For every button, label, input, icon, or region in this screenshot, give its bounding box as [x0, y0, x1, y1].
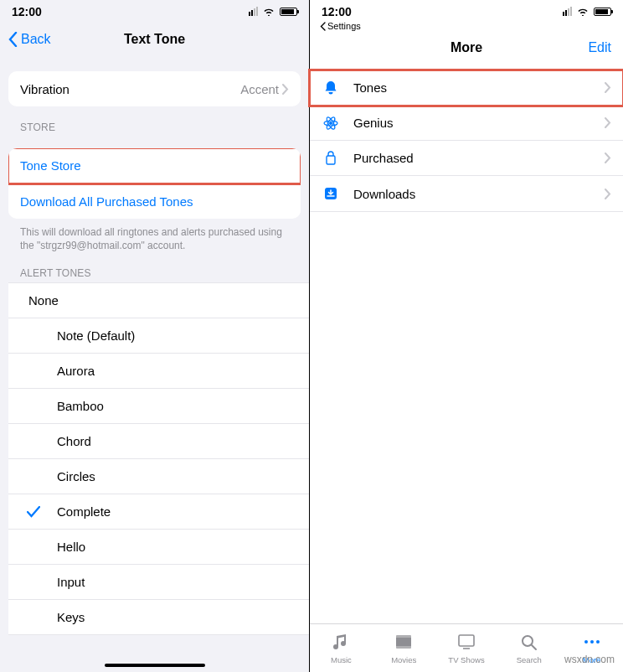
tone-label: Aurora [57, 364, 95, 378]
alert-tone-row[interactable]: Complete [8, 494, 309, 530]
tab-movies[interactable]: Movies [373, 624, 435, 672]
cell-signal-icon [563, 7, 572, 16]
alert-tones-list: NoneNote (Default)AuroraBambooChordCircl… [8, 282, 309, 635]
tone-store-row[interactable]: Tone Store [8, 148, 301, 184]
pane-more: 12:00 Settings More Edit TonesGeniusPurc… [310, 0, 623, 672]
more-row-tones[interactable]: Tones [310, 70, 623, 106]
alert-tone-row[interactable]: None [8, 283, 309, 318]
svg-rect-8 [396, 646, 411, 649]
more-row-label: Downloads [353, 187, 415, 201]
search-icon [519, 633, 539, 653]
tone-label: None [28, 293, 59, 308]
status-right [249, 7, 297, 16]
tab-label: Movies [391, 655, 416, 664]
download-all-label: Download All Purchased Tones [20, 194, 193, 209]
tab-label: Music [331, 655, 352, 664]
battery-icon [280, 8, 297, 16]
section-header-alert: ALERT TONES [20, 267, 289, 279]
nav-bar: Back Text Tone [0, 23, 309, 56]
status-time: 12:00 [12, 5, 42, 18]
tone-label: Bamboo [57, 399, 104, 413]
alert-tone-row[interactable]: Circles [8, 459, 309, 494]
tone-label: Complete [57, 504, 111, 519]
svg-point-11 [523, 636, 533, 646]
vibration-row[interactable]: Vibration Accent [8, 71, 301, 106]
vibration-value: Accent [240, 82, 279, 96]
breadcrumb-back[interactable]: Settings [320, 21, 623, 31]
more-row-genius[interactable]: Genius [310, 106, 623, 141]
svg-line-12 [532, 645, 536, 649]
bell-icon [322, 80, 340, 96]
alert-tone-row[interactable]: Keys [8, 600, 309, 635]
more-row-label: Tones [353, 80, 387, 95]
chevron-left-icon [8, 32, 18, 47]
status-bar: 12:00 [0, 0, 309, 23]
svg-rect-4 [327, 156, 335, 164]
wifi-icon [577, 8, 589, 16]
tone-label: Note (Default) [57, 328, 135, 343]
svg-point-14 [590, 640, 594, 644]
tab-music[interactable]: Music [310, 624, 373, 672]
svg-rect-7 [396, 635, 411, 638]
chevron-right-icon [605, 152, 611, 163]
tone-label: Input [57, 575, 85, 589]
svg-point-15 [596, 640, 600, 644]
download-icon [322, 185, 340, 202]
more-icon [582, 633, 602, 653]
tab-label: Search [517, 655, 542, 664]
home-indicator[interactable] [105, 664, 205, 667]
status-time: 12:00 [322, 5, 352, 18]
svg-point-0 [329, 121, 332, 125]
tone-label: Keys [57, 610, 85, 624]
tone-label: Hello [57, 540, 85, 554]
page-title: Text Tone [124, 32, 185, 47]
alert-tone-row[interactable]: Chord [8, 424, 309, 459]
status-bar: 12:00 [310, 0, 623, 23]
store-footer-text: This will download all ringtones and ale… [20, 225, 289, 252]
back-label: Back [21, 32, 51, 47]
alert-tone-row[interactable]: Hello [8, 530, 309, 565]
group-store: Tone Store Download All Purchased Tones [8, 148, 301, 219]
tab-search[interactable]: Search [497, 624, 560, 672]
chevron-right-icon [605, 82, 611, 93]
alert-tone-row[interactable]: Aurora [8, 354, 309, 389]
chevron-left-icon [320, 22, 326, 31]
tone-label: Chord [57, 434, 91, 448]
tone-store-label: Tone Store [20, 158, 81, 173]
alert-tone-row[interactable]: Input [8, 565, 309, 600]
group-vibration: Vibration Accent [8, 71, 301, 106]
page-title: More [451, 40, 482, 55]
alert-tone-row[interactable]: Bamboo [8, 389, 309, 424]
svg-rect-9 [459, 635, 474, 646]
checkmark-icon [27, 506, 40, 518]
more-list: TonesGeniusPurchasedDownloads [310, 70, 623, 212]
status-right [563, 7, 611, 16]
edit-button[interactable]: Edit [588, 40, 611, 55]
svg-point-13 [584, 640, 588, 644]
section-header-store: STORE [20, 121, 289, 133]
chevron-right-icon [605, 117, 611, 128]
more-row-label: Purchased [353, 151, 414, 165]
atom-icon [322, 115, 340, 132]
movies-icon [394, 633, 414, 653]
more-row-label: Genius [353, 116, 394, 130]
wifi-icon [263, 8, 275, 16]
nav-bar: More Edit [310, 31, 623, 65]
vibration-label: Vibration [20, 82, 70, 96]
alert-tone-row[interactable]: Note (Default) [8, 318, 309, 354]
pane-text-tone: 12:00 Back Text Tone Vibration Accent ST… [0, 0, 310, 672]
tone-label: Circles [57, 469, 95, 483]
more-row-downloads[interactable]: Downloads [310, 176, 623, 211]
more-row-purchased[interactable]: Purchased [310, 141, 623, 176]
tab-tv-shows[interactable]: TV Shows [435, 624, 498, 672]
music-icon [331, 633, 351, 653]
cell-signal-icon [249, 7, 258, 16]
battery-icon [594, 8, 611, 16]
download-all-row[interactable]: Download All Purchased Tones [8, 184, 301, 219]
back-button[interactable]: Back [8, 32, 51, 47]
bag-icon [322, 150, 340, 167]
tab-label: TV Shows [448, 655, 484, 664]
breadcrumb-label: Settings [327, 21, 361, 31]
chevron-right-icon [605, 189, 611, 199]
watermark: wsxdn.com [564, 654, 615, 665]
